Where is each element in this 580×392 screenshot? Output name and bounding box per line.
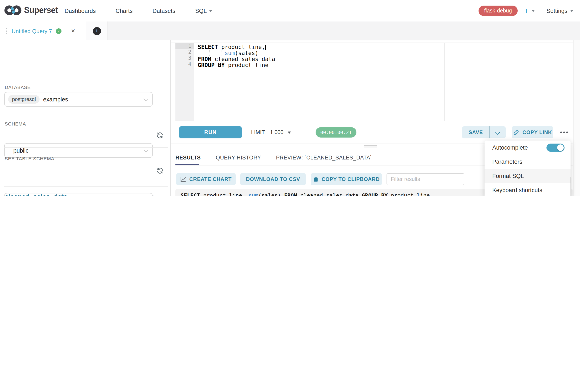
download-csv-button[interactable]: DOWNLOAD TO CSV	[240, 173, 306, 185]
brand-name: Superset	[24, 5, 58, 15]
results-tabs: RESULTS QUERY HISTORY PREVIEW: `CLEANED_…	[175, 151, 387, 164]
refresh-schema-icon[interactable]	[156, 131, 164, 139]
schema-sidebar: DATABASE postgresql examples SCHEMA publ…	[0, 40, 170, 196]
menu-item-label: Autocomplete	[492, 144, 528, 151]
line-number: 1	[175, 43, 194, 49]
results-tab[interactable]: PREVIEW: `CLEANED_SALES_DATA`	[276, 151, 372, 164]
chevron-down-icon	[144, 147, 148, 152]
copy-link-label: COPY LINK	[522, 129, 552, 135]
results-tab[interactable]: QUERY HISTORY	[216, 151, 261, 164]
table-schema-heading: cleaned_sales_data	[5, 193, 67, 196]
navbar: Superset Dashboards Charts Datasets SQL …	[0, 0, 580, 22]
line-number: 2	[175, 49, 194, 55]
filter-results-input[interactable]	[387, 173, 464, 185]
link-icon	[513, 129, 519, 135]
drag-handle-icon[interactable]	[6, 28, 7, 34]
chevron-down-icon	[532, 10, 535, 12]
infinity-logo-icon	[4, 4, 21, 16]
sidebar-main-divider	[170, 40, 171, 196]
limit-value: 1 000	[270, 129, 284, 135]
settings-label: Settings	[547, 7, 568, 14]
query-elapsed-timer: 00:00:00.21	[316, 127, 356, 137]
copy-link-button[interactable]: COPY LINK	[512, 126, 553, 138]
save-button[interactable]: SAVE	[462, 126, 489, 138]
tab-untitled-query[interactable]: Untitled Query 7 ✓ ✕	[0, 21, 86, 40]
menu-item[interactable]: Format SQL	[485, 169, 571, 183]
nav-link[interactable]: Datasets	[152, 7, 175, 14]
plus-icon: +	[524, 6, 529, 15]
nav-menu: Dashboards Charts Datasets SQL	[64, 0, 212, 21]
schema-value: public	[13, 147, 29, 154]
settings-menu[interactable]: Settings	[547, 0, 574, 21]
chevron-down-icon	[495, 129, 500, 134]
tab-title: Untitled Query 7	[12, 28, 52, 34]
create-chart-label: CREATE CHART	[189, 176, 232, 182]
limit-dropdown[interactable]: LIMIT: 1 000	[251, 126, 291, 138]
results-tab[interactable]: RESULTS	[175, 151, 201, 164]
environment-badge: flask-debug	[478, 5, 517, 16]
menu-item-label: Keyboard shortcuts	[492, 187, 542, 193]
database-label: DATABASE	[5, 85, 31, 90]
code-line[interactable]: sum(sales)	[198, 50, 438, 56]
chevron-down-icon	[288, 131, 291, 133]
menu-item[interactable]: Autocomplete	[485, 140, 571, 155]
more-options-button[interactable]	[560, 126, 568, 138]
chevron-down-icon	[570, 10, 574, 12]
query-success-icon: ✓	[56, 28, 61, 34]
chevron-down-icon	[209, 10, 212, 12]
close-tab-icon[interactable]: ✕	[71, 28, 75, 34]
menu-item[interactable]: Parameters	[485, 155, 571, 169]
editor-right-border	[444, 43, 444, 121]
indent-guide	[221, 50, 221, 56]
database-engine-chip: postgresql	[8, 95, 40, 104]
superset-logo[interactable]: Superset	[4, 4, 58, 16]
add-tab-area: +	[86, 21, 108, 40]
save-options-button[interactable]	[489, 126, 506, 138]
table-schema-label: SEE TABLE SCHEMA	[5, 156, 54, 161]
line-number: 4	[175, 61, 194, 67]
divider	[4, 186, 168, 187]
schema-label: SCHEMA	[5, 121, 26, 126]
text-cursor	[265, 45, 266, 50]
code-line[interactable]: SELECT product_line,	[198, 44, 438, 50]
editor-gutter: 1234	[175, 43, 194, 121]
editor-options-menu: Autocomplete Parameters Format SQL Keybo…	[485, 140, 571, 196]
executed-query-text: SELECT product_line, sum(sales) FROM cle…	[181, 192, 430, 196]
sql-lab-app: Superset Dashboards Charts Datasets SQL …	[0, 0, 580, 196]
chevron-down-icon	[144, 96, 148, 101]
database-name: examples	[43, 96, 68, 103]
chart-icon	[180, 176, 186, 182]
run-query-button[interactable]: RUN	[179, 126, 242, 138]
limit-label: LIMIT:	[251, 129, 266, 135]
sql-code-editor[interactable]: SELECT product_line, sum(sales)FROM clea…	[198, 44, 438, 68]
create-chart-button[interactable]: CREATE CHART	[176, 173, 236, 185]
panel-resize-handle[interactable]	[364, 145, 377, 147]
refresh-tables-icon[interactable]	[156, 167, 164, 174]
divider	[4, 147, 168, 148]
page-scrollbar-area[interactable]	[573, 40, 580, 196]
database-select[interactable]: postgresql examples	[4, 92, 153, 107]
indent-guide	[209, 50, 210, 56]
nav-link[interactable]: Charts	[116, 7, 133, 14]
copy-to-clipboard-label: COPY TO CLIPBOARD	[322, 176, 380, 182]
menu-item[interactable]: Keyboard shortcuts	[485, 183, 571, 196]
copy-to-clipboard-button[interactable]: COPY TO CLIPBOARD	[311, 173, 382, 185]
schema-select[interactable]: public	[4, 143, 153, 158]
new-item-dropdown[interactable]: +	[524, 0, 535, 21]
editor-top-border	[171, 43, 573, 43]
nav-link[interactable]: Dashboards	[64, 7, 96, 14]
add-tab-button[interactable]: +	[93, 27, 101, 35]
autocomplete-toggle[interactable]	[547, 143, 565, 152]
menu-item-label: Parameters	[492, 159, 522, 165]
code-line[interactable]: GROUP BY product_line	[198, 62, 438, 68]
clipboard-icon	[313, 176, 319, 182]
line-number: 3	[175, 55, 194, 61]
menu-item-label: Format SQL	[492, 173, 524, 179]
nav-link[interactable]: SQL	[195, 7, 212, 14]
code-line[interactable]: FROM cleaned_sales_data	[198, 56, 438, 62]
